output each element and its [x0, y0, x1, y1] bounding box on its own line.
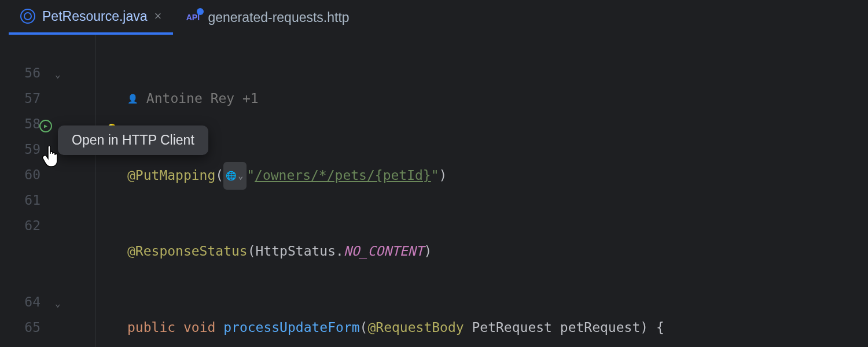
icon-gutter: 💡 [95, 35, 127, 347]
code-line: @ResponseStatus(HttpStatus.NO_CONTENT) [127, 238, 868, 264]
tab-petresource[interactable]: PetResource.java × [9, 0, 173, 35]
code-area[interactable]: 👤 Antoine Rey +1 @PutMapping(🌐⌄"/owners/… [127, 35, 868, 347]
http-run-icon[interactable]: ▶ [39, 120, 52, 132]
author-inlay[interactable]: 👤 Antoine Rey +1 [127, 91, 259, 106]
tab-label: generated-requests.http [208, 10, 349, 25]
close-icon[interactable]: × [155, 9, 162, 24]
editor-tabs: PetResource.java × API generated-request… [0, 0, 868, 35]
open-http-client-tooltip[interactable]: Open in HTTP Client [58, 125, 208, 155]
run-gutter[interactable]: ▶ [39, 110, 52, 136]
code-line: public void processUpdateForm(@RequestBo… [127, 315, 868, 340]
code-editor[interactable]: 56 57 58 59 60 61 62 64 65 ⌄ ⌄ 💡 [0, 35, 868, 347]
fold-chevron-icon[interactable]: ⌄ [55, 62, 61, 87]
line-number-gutter: 56 57 58 59 60 61 62 64 65 [0, 35, 55, 347]
tab-label: PetResource.java [42, 9, 148, 24]
api-icon: API [185, 11, 201, 24]
fold-gutter: ⌄ ⌄ [55, 35, 95, 347]
url-globe-icon[interactable]: 🌐⌄ [223, 162, 247, 190]
tab-generated-requests[interactable]: API generated-requests.http [173, 0, 361, 35]
fold-chevron-icon[interactable]: ⌄ [55, 291, 61, 316]
java-class-icon [20, 9, 35, 24]
code-line: @PutMapping(🌐⌄"/owners/*/pets/{petId}") [127, 162, 868, 187]
